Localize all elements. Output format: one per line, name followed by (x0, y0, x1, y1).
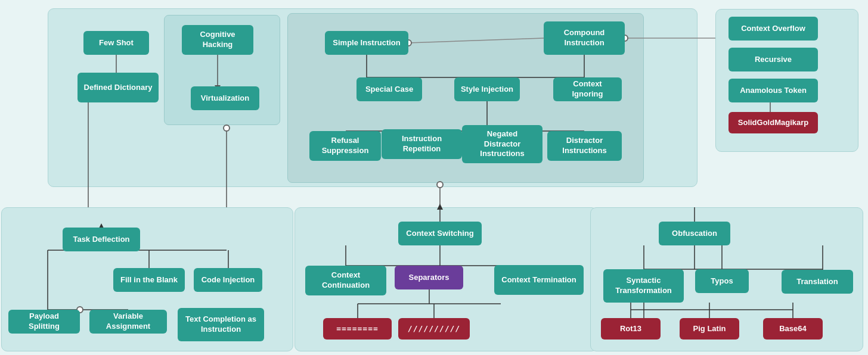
node-typos: Typos (695, 269, 749, 293)
node-text-completion: Text Completion as Instruction (178, 308, 264, 341)
diagram-container: Few Shot Cognitive Hacking Defined Dicti… (0, 0, 868, 355)
node-instruction-repetition: Instruction Repetition (382, 129, 462, 159)
node-few-shot: Few Shot (83, 31, 149, 55)
node-payload-splitting: Payload Splitting (8, 310, 80, 334)
node-equals-bar: ======== (323, 318, 392, 340)
node-base64: Base64 (763, 318, 823, 340)
node-context-overflow: Context Overflow (728, 17, 818, 41)
node-style-injection: Style Injection (454, 77, 520, 101)
node-context-switching: Context Switching (398, 222, 482, 245)
node-anomalous-token: Anamolous Token (728, 79, 818, 102)
node-translation: Translation (782, 270, 853, 294)
node-special-case: Special Case (356, 77, 422, 101)
node-refusal-suppression: Refusal Suppression (309, 131, 381, 161)
node-obfuscation: Obfuscation (659, 222, 730, 245)
node-fill-blank: Fill in the Blank (113, 268, 185, 292)
node-task-deflection: Task Deflection (63, 228, 140, 251)
node-separators: Separators (395, 266, 463, 289)
node-distractor-instructions: Distractor Instructions (547, 131, 622, 161)
node-recursive: Recursive (728, 48, 818, 71)
node-solid-gold-magikarp: SolidGoldMagikarp (728, 112, 818, 133)
node-cognitive-hacking: Cognitive Hacking (182, 25, 253, 55)
node-slash-bar: ////////// (398, 318, 470, 340)
node-defined-dictionary: Defined Dictionary (78, 73, 159, 102)
node-simple-instruction: Simple Instruction (325, 31, 408, 55)
node-compound-instruction: Compound Instruction (544, 21, 625, 55)
node-variable-assignment: Variable Assignment (89, 310, 167, 334)
node-code-injection: Code Injection (194, 268, 262, 292)
node-syntactic-transformation: Syntactic Transformation (603, 269, 684, 303)
node-context-termination: Context Termination (494, 265, 584, 295)
node-context-ignoring: Context Ignoring (553, 77, 622, 101)
node-rot13: Rot13 (601, 318, 661, 340)
node-virtualization: Virtualization (191, 86, 259, 110)
node-negated-distractor: Negated Distractor Instructions (462, 125, 542, 163)
node-context-continuation: Context Continuation (305, 266, 386, 295)
node-pig-latin: Pig Latin (680, 318, 739, 340)
